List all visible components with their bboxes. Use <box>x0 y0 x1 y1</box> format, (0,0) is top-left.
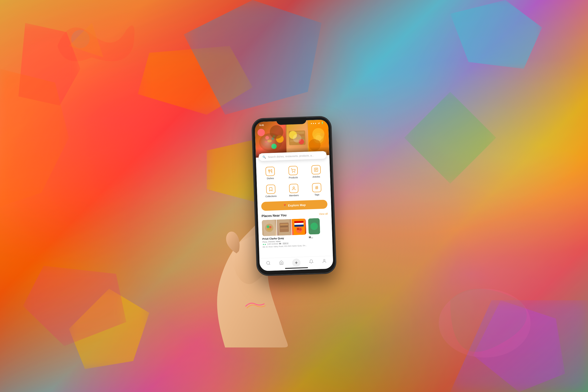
svg-point-18 <box>311 132 317 137</box>
members-label: Members <box>289 194 299 197</box>
status-indicators: ▲▲▲ 📶 🔋 <box>310 122 324 124</box>
nav-home-icon <box>279 260 284 266</box>
place-cards: Privé Clarke Quay Pizza, Chinese, Italia… <box>262 218 329 248</box>
bottom-nav <box>259 256 333 271</box>
home-nav-svg <box>279 260 284 265</box>
svg-point-5 <box>265 136 269 140</box>
svg-rect-12 <box>290 134 304 136</box>
phone-notch <box>276 118 307 125</box>
menu-item-products[interactable]: Products <box>282 163 305 181</box>
svg-point-7 <box>267 140 272 142</box>
nav-notifications[interactable] <box>307 258 316 266</box>
svg-point-26 <box>293 186 295 188</box>
svg-point-20 <box>292 172 293 172</box>
article-svg <box>314 167 319 172</box>
search-nav-svg <box>266 261 271 266</box>
menu-item-tags[interactable]: Tags <box>306 180 328 198</box>
dishes-icon <box>265 166 275 176</box>
distance-1: 934 m <box>282 242 289 245</box>
svg-rect-11 <box>290 132 304 134</box>
svg-rect-40 <box>280 228 288 229</box>
dishes-label: Dishes <box>267 177 274 180</box>
svg-rect-10 <box>289 130 306 145</box>
explore-map-button[interactable]: 📍 Explore Map <box>261 200 328 211</box>
food-thumb-4 <box>308 218 320 234</box>
search-placeholder-text: Search dishes, restaurants, products, a.… <box>268 154 323 158</box>
svg-line-29 <box>316 186 316 189</box>
tags-label: Tags <box>315 193 319 196</box>
review-count-1: (140 reviews) <box>267 243 278 245</box>
plus-nav-svg <box>294 260 299 265</box>
status-time: 9:41 <box>259 124 264 126</box>
food-thumb-2 <box>276 219 291 236</box>
phone-wrapper: 9:41 ▲▲▲ 📶 🔋 <box>252 116 336 275</box>
svg-rect-14 <box>290 140 305 142</box>
nav-add[interactable] <box>290 257 303 268</box>
bookmark-svg <box>268 187 273 192</box>
svg-point-9 <box>264 141 267 143</box>
products-icon <box>288 166 298 175</box>
svg-point-54 <box>323 259 325 261</box>
tags-icon <box>312 183 321 192</box>
svg-point-4 <box>261 133 280 149</box>
nav-profile[interactable] <box>320 258 329 266</box>
food-thumb-1 <box>262 220 277 236</box>
svg-line-51 <box>269 264 270 265</box>
food-thumb-3 <box>291 218 307 235</box>
place-card-name-2: M... <box>309 236 320 239</box>
phone-scene: 9:41 ▲▲▲ 📶 🔋 <box>255 118 333 274</box>
svg-point-8 <box>273 135 275 138</box>
place-card-2[interactable]: M... <box>308 218 321 246</box>
nav-add-button[interactable] <box>292 258 301 267</box>
svg-line-30 <box>317 186 318 189</box>
svg-point-6 <box>271 137 274 140</box>
explore-btn-container: 📍 Explore Map <box>257 197 331 213</box>
nav-home[interactable] <box>277 259 286 267</box>
svg-rect-42 <box>294 221 304 223</box>
svg-point-16 <box>313 133 324 144</box>
svg-rect-39 <box>280 226 288 227</box>
search-icon: 🔍 <box>262 156 266 159</box>
svg-point-17 <box>315 135 322 142</box>
place-img-1b <box>276 219 291 236</box>
price-tag-1: $$ <box>279 242 281 245</box>
fork-knife-svg <box>268 169 273 174</box>
places-header: Places Near You View all <box>262 212 328 218</box>
place-img-2a <box>308 218 320 234</box>
members-icon <box>289 184 298 193</box>
phone-screen: 9:41 ▲▲▲ 📶 🔋 <box>255 120 333 271</box>
menu-grid: Dishes <box>256 162 331 200</box>
view-all-link[interactable]: View all <box>319 212 328 215</box>
place-card-1[interactable]: Privé Clarke Quay Pizza, Chinese, Italia… <box>262 218 307 248</box>
place-img-1c <box>291 218 307 235</box>
svg-point-19 <box>320 133 326 137</box>
person-circle-nav-svg <box>322 259 327 264</box>
nav-bell-icon <box>309 259 314 265</box>
products-label: Products <box>289 176 298 179</box>
nav-search[interactable] <box>264 260 273 268</box>
cart-svg <box>291 168 296 173</box>
place-img-1a <box>262 220 277 236</box>
menu-item-collections[interactable]: Collections <box>259 182 282 200</box>
pin-icon: 📍 <box>283 204 287 208</box>
articles-icon <box>311 165 321 174</box>
svg-rect-38 <box>280 224 288 226</box>
place-card-images-2 <box>308 218 320 234</box>
nav-search-icon <box>266 261 271 267</box>
svg-point-15 <box>311 131 326 146</box>
articles-label: Articles <box>313 175 320 178</box>
battery-icon: 🔋 <box>321 122 324 124</box>
menu-item-members[interactable]: Members <box>282 181 305 199</box>
svg-rect-13 <box>290 137 304 139</box>
places-title: Places Near You <box>262 213 287 218</box>
collections-icon <box>266 184 275 194</box>
signal-icon: ▲▲▲ <box>310 122 317 124</box>
nav-profile-icon <box>322 259 327 264</box>
outer-scene: 9:41 ▲▲▲ 📶 🔋 <box>0 0 588 392</box>
menu-item-articles[interactable]: Articles <box>305 162 328 180</box>
rating-stars-1: ★★ <box>262 243 266 246</box>
bell-nav-svg <box>309 259 314 264</box>
svg-rect-44 <box>294 225 304 227</box>
hashtag-svg <box>314 185 319 190</box>
menu-item-dishes[interactable]: Dishes <box>259 164 281 182</box>
